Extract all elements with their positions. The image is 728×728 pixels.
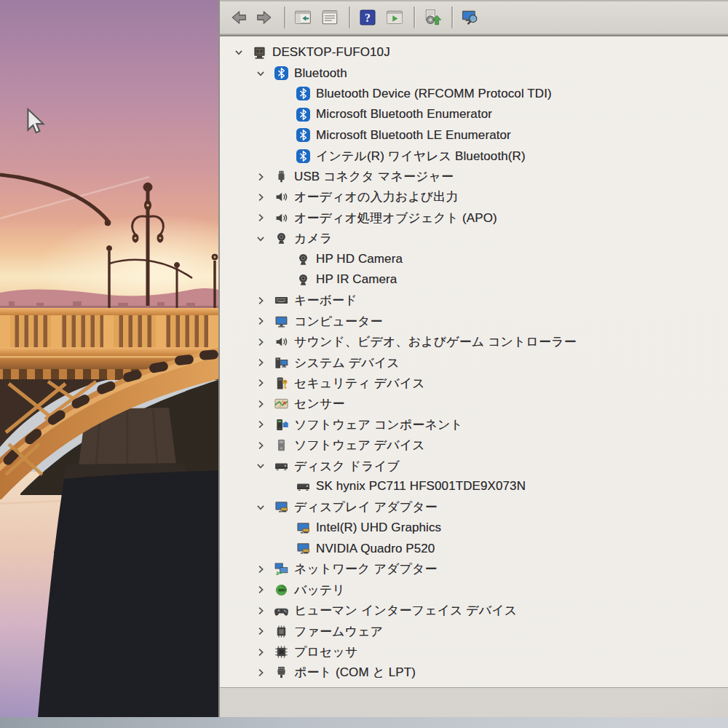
back-icon <box>229 8 248 27</box>
tree-item-batteries[interactable]: バッテリ <box>220 579 728 600</box>
tree-item-label: Microsoft Bluetooth LE Enumerator <box>316 128 511 143</box>
tree-item-usb-connector-manager[interactable]: USB コネクタ マネージャー <box>220 166 728 186</box>
tree-item-security-devices[interactable]: セキュリティ デバイス <box>220 373 728 393</box>
tree-item-keyboards[interactable]: キーボード <box>220 290 728 311</box>
tree-item-firmware[interactable]: ファームウェア <box>220 621 728 641</box>
tree-item-software-devices[interactable]: ソフトウェア デバイス <box>220 435 728 455</box>
toolbar-back-button[interactable] <box>226 4 250 31</box>
tree-item-label: USB コネクタ マネージャー <box>294 168 454 185</box>
bluetooth-icon <box>296 107 310 122</box>
chevron-right-icon[interactable] <box>255 441 274 450</box>
tree-item-cameras-group[interactable]: カメラ <box>220 229 728 249</box>
tree-item-label: Intel(R) UHD Graphics <box>316 521 441 535</box>
tree-item-label: バッテリ <box>294 582 345 598</box>
camera-icon <box>274 232 288 246</box>
chevron-right-icon[interactable] <box>255 565 274 574</box>
tree-item-label: ポート (COM と LPT) <box>294 664 416 681</box>
tree-item-intel-wireless-bluetooth[interactable]: インテル(R) ワイヤレス Bluetooth(R) <box>220 146 728 166</box>
tree-item-label: DESKTOP-FUFO10J <box>272 45 390 60</box>
tree-item-label: オーディオの入力および出力 <box>294 189 459 205</box>
tree-item-system-devices[interactable]: システム デバイス <box>220 352 728 373</box>
tree-item-human-interface-devices[interactable]: ヒューマン インターフェイス デバイス <box>220 601 728 621</box>
system-icon <box>274 355 288 370</box>
toolbar-action-pane-button[interactable] <box>382 4 407 31</box>
tree-item-bluetooth-group[interactable]: Bluetooth <box>220 63 728 83</box>
tree-item-ports-com-lpt[interactable]: ポート (COM と LPT) <box>220 662 728 683</box>
chevron-down-icon[interactable] <box>255 234 274 243</box>
chevron-right-icon[interactable] <box>255 358 274 367</box>
chevron-right-icon[interactable] <box>255 585 274 594</box>
toolbar: ? <box>220 0 728 33</box>
window-bottom-band <box>220 687 728 717</box>
svg-text:?: ? <box>365 12 371 24</box>
chevron-right-icon[interactable] <box>255 296 274 305</box>
tree-item-bluetooth-rfcomm[interactable]: Bluetooth Device (RFCOMM Protocol TDI) <box>220 84 728 104</box>
tree-item-computer-group[interactable]: コンピューター <box>220 311 728 331</box>
chevron-right-icon[interactable] <box>255 668 274 677</box>
laptop-screen-photo: ? DESKTOP-FUFO10JBluetoothBluetooth Devi… <box>0 0 728 728</box>
tree-item-sk-hynix-ssd[interactable]: SK hynix PC711 HFS001TDE9X073N <box>220 476 728 496</box>
mouse-cursor <box>26 108 47 137</box>
tree-item-ms-bluetooth-enumerator[interactable]: Microsoft Bluetooth Enumerator <box>220 104 728 124</box>
chevron-right-icon[interactable] <box>255 173 274 181</box>
monitor-icon <box>274 314 288 328</box>
tree-item-label: Bluetooth <box>294 66 347 81</box>
tree-item-label: ネットワーク アダプター <box>294 561 438 577</box>
toolbar-separator <box>414 7 416 28</box>
toolbar-update-driver-button[interactable] <box>420 4 445 31</box>
tree-item-display-adapters-group[interactable]: ディスプレイ アダプター <box>220 497 728 518</box>
computer-icon <box>252 45 266 60</box>
chevron-down-icon[interactable] <box>233 48 252 57</box>
tree-item-network-adapters[interactable]: ネットワーク アダプター <box>220 559 728 579</box>
tree-item-label: ヒューマン インターフェイス デバイス <box>294 602 517 619</box>
tree-item-processors[interactable]: プロセッサ <box>220 641 728 662</box>
tree-item-label: センサー <box>294 395 345 412</box>
tree-item-hp-hd-camera[interactable]: HP HD Camera <box>220 249 728 269</box>
tree-item-label: HP HD Camera <box>316 252 403 266</box>
tree-item-intel-uhd-graphics[interactable]: Intel(R) UHD Graphics <box>220 518 728 538</box>
tree-item-label: Microsoft Bluetooth Enumerator <box>316 107 492 122</box>
chevron-down-icon[interactable] <box>255 462 274 470</box>
tree-item-ms-bluetooth-le-enumerator[interactable]: Microsoft Bluetooth LE Enumerator <box>220 125 728 146</box>
chevron-right-icon[interactable] <box>255 606 274 615</box>
tree-item-audio-inputs-outputs[interactable]: オーディオの入力および出力 <box>220 187 728 207</box>
tree-item-root-computer[interactable]: DESKTOP-FUFO10J <box>220 42 728 63</box>
tree-item-label: サウンド、ビデオ、およびゲーム コントローラー <box>294 333 577 350</box>
tree-item-disk-drives-group[interactable]: ディスク ドライブ <box>220 456 728 476</box>
bluetooth-icon <box>296 149 310 163</box>
toolbar-properties-button[interactable] <box>317 4 342 31</box>
toolbar-scan-hardware-changes-button[interactable] <box>458 4 483 31</box>
toolbar-forward-button[interactable] <box>253 4 277 31</box>
toolbar-separator <box>451 7 454 28</box>
chevron-right-icon[interactable] <box>255 379 274 387</box>
tree-item-label: オーディオ処理オブジェクト (APO) <box>294 210 497 226</box>
tree-item-nvidia-quadro-p520[interactable]: NVIDIA Quadro P520 <box>220 538 728 558</box>
chevron-right-icon[interactable] <box>255 317 274 325</box>
chevron-down-icon[interactable] <box>255 503 274 512</box>
tree-item-label: コンピューター <box>294 313 383 330</box>
tree-item-software-components[interactable]: ソフトウェア コンポーネント <box>220 414 728 435</box>
chevron-right-icon[interactable] <box>255 193 274 202</box>
chevron-right-icon[interactable] <box>255 400 274 408</box>
tree-item-sound-video-game-controllers[interactable]: サウンド、ビデオ、およびゲーム コントローラー <box>220 331 728 352</box>
battery-icon <box>274 582 288 597</box>
device-tree: DESKTOP-FUFO10JBluetoothBluetooth Device… <box>220 36 728 688</box>
chevron-right-icon[interactable] <box>255 648 274 657</box>
bluetooth-icon <box>296 87 310 101</box>
tree-item-sensors[interactable]: センサー <box>220 394 728 414</box>
firmware-icon <box>274 624 288 638</box>
chevron-right-icon[interactable] <box>255 627 274 636</box>
tree-item-label: ソフトウェア コンポーネント <box>294 416 463 433</box>
tree-item-audio-processing-objects[interactable]: オーディオ処理オブジェクト (APO) <box>220 207 728 228</box>
toolbar-show-console-tree-button[interactable] <box>290 4 315 31</box>
chevron-right-icon[interactable] <box>255 213 274 222</box>
scan-hardware-icon <box>461 8 480 27</box>
tree-item-label: プロセッサ <box>294 644 358 660</box>
tree-item-hp-ir-camera[interactable]: HP IR Camera <box>220 269 728 290</box>
tree-item-label: カメラ <box>294 230 333 247</box>
chevron-right-icon[interactable] <box>255 338 274 347</box>
tree-item-label: インテル(R) ワイヤレス Bluetooth(R) <box>316 148 526 165</box>
chevron-right-icon[interactable] <box>255 420 274 429</box>
chevron-down-icon[interactable] <box>255 69 274 78</box>
toolbar-help-button[interactable]: ? <box>355 4 380 31</box>
